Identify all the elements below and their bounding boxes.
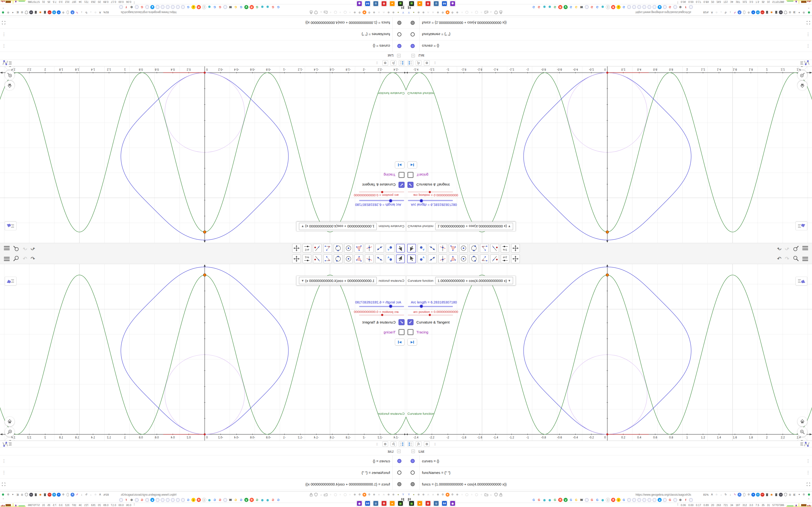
- puzzle-icon[interactable]: ◧: [793, 11, 797, 14]
- tab-dot-icon[interactable]: ○: [338, 493, 342, 497]
- tab-dot-icon[interactable]: ◯: [465, 493, 469, 497]
- lock-icon[interactable]: [499, 493, 503, 497]
- wrench-icon[interactable]: ⚙: [367, 493, 371, 497]
- bookmark-favicon[interactable]: Я: [558, 498, 562, 502]
- bin-icon[interactable]: [34, 493, 38, 497]
- bookmark-favicon[interactable]: [632, 5, 636, 9]
- polygon-tool[interactable]: [449, 255, 457, 263]
- kebab-icon[interactable]: ⋮: [374, 441, 380, 447]
- conic-tool[interactable]: [469, 255, 478, 263]
- bookmark-favicon[interactable]: i: [202, 5, 206, 9]
- settings-app-icon[interactable]: ⚙: [381, 0, 387, 7]
- move-tool[interactable]: [407, 255, 416, 263]
- bookmark-favicon[interactable]: G: [234, 5, 238, 9]
- puzzle-icon[interactable]: ◧: [793, 493, 797, 497]
- bookmark-favicon[interactable]: [181, 498, 185, 502]
- bookmark-favicon[interactable]: [161, 498, 164, 502]
- bookmark-favicon[interactable]: [135, 5, 139, 9]
- bookmark-favicon[interactable]: G: [595, 5, 599, 9]
- bin-icon[interactable]: [774, 11, 778, 14]
- gear-icon[interactable]: ⚙: [358, 493, 361, 497]
- arc-icon[interactable]: ∩: [382, 11, 386, 14]
- graphics-view[interactable]: -2.4-2.2-2-1.8-1.6-1.4-1.2-1-0.8-0.6-0.4…: [0, 264, 406, 441]
- reload-icon[interactable]: ↻: [84, 11, 88, 14]
- wrench-icon[interactable]: ⚙: [441, 11, 445, 14]
- bookmark-favicon[interactable]: [176, 5, 180, 9]
- chevron-up-icon[interactable]: ⌃: [2, 6, 5, 9]
- bookmark-favicon[interactable]: ▪: [616, 5, 621, 9]
- trash-icon[interactable]: [765, 11, 769, 14]
- globe-gray-icon[interactable]: ◍: [788, 493, 792, 497]
- bookmark-favicon[interactable]: [181, 5, 185, 9]
- tab-dot-icon[interactable]: ◯: [343, 11, 347, 14]
- globe-icon[interactable]: ⊕: [372, 493, 376, 497]
- olive-dot-icon[interactable]: ●: [412, 11, 416, 14]
- url-bar[interactable]: https://www.geogebra.org/classic/aagcxh3…: [121, 492, 176, 498]
- visibility-toggle[interactable]: [393, 29, 406, 40]
- point-tool[interactable]: A: [386, 255, 394, 263]
- globe-orange-icon[interactable]: ◉: [39, 11, 42, 14]
- algebra-row[interactable]: curves = {}⋮: [406, 455, 812, 467]
- firefox-icon[interactable]: ●: [362, 11, 366, 14]
- bookmark-favicon[interactable]: [627, 498, 631, 502]
- bookmark-favicon[interactable]: G: [532, 498, 536, 502]
- arc-length-knob[interactable]: [419, 304, 423, 308]
- arc-position-slider[interactable]: [359, 315, 404, 315]
- bookmark-favicon[interactable]: [156, 5, 159, 9]
- bookmark-favicon[interactable]: ◉: [207, 5, 211, 9]
- star-icon[interactable]: ☆: [94, 493, 97, 497]
- globe-icon[interactable]: ⊕: [387, 11, 391, 14]
- object-visibility-circle[interactable]: [411, 470, 415, 475]
- mouse-icon[interactable]: [742, 493, 746, 497]
- gear-icon[interactable]: ⚙: [6, 493, 10, 497]
- shield-icon[interactable]: [314, 493, 318, 497]
- bookmark-favicon[interactable]: [663, 498, 667, 502]
- algebra-row[interactable]: funcNames = {" "}⋮: [406, 29, 812, 40]
- curvature-function-input[interactable]: 1.000000000000 + cos(4.000000000000 x) ▼: [299, 277, 377, 284]
- download-icon[interactable]: ↓: [728, 493, 732, 497]
- arc-position-knob[interactable]: [429, 191, 431, 193]
- menu-icon[interactable]: [4, 257, 10, 261]
- reload-icon[interactable]: ↻: [84, 493, 88, 497]
- algebra-expression[interactable]: funcNames = {" "}: [422, 470, 451, 475]
- translate-blue-icon[interactable]: A: [70, 11, 74, 14]
- bookmark-favicon[interactable]: ●: [150, 5, 154, 9]
- plus-icon[interactable]: +: [751, 493, 755, 497]
- kebab-icon[interactable]: ⋮: [806, 455, 810, 467]
- move-view-tool[interactable]: [292, 244, 301, 253]
- globe-icon[interactable]: ⊕: [455, 493, 459, 497]
- bookmark-favicon[interactable]: [642, 498, 646, 502]
- arc-length-knob[interactable]: [419, 199, 423, 203]
- menu-icon[interactable]: [4, 246, 10, 250]
- polygon-tool[interactable]: [355, 255, 363, 263]
- line-tool[interactable]: [428, 244, 437, 253]
- bookmark-favicon[interactable]: G: [622, 498, 626, 502]
- arc-position-slider[interactable]: [408, 315, 453, 315]
- gear-icon[interactable]: ⚙: [424, 441, 430, 447]
- bookmark-favicon[interactable]: G: [218, 498, 222, 502]
- visibility-toggle[interactable]: [393, 455, 406, 467]
- reflect-tool[interactable]: [490, 244, 499, 253]
- algebra-expression[interactable]: curves = {}: [422, 459, 439, 463]
- bookmark-favicon[interactable]: G: [140, 498, 144, 502]
- plus-icon[interactable]: +: [57, 493, 61, 497]
- floppy64-app-icon[interactable]: 64: [364, 0, 371, 7]
- algebra-list-icon[interactable]: [399, 441, 405, 447]
- back-arrow-icon[interactable]: ←: [489, 11, 493, 14]
- globe-icon[interactable]: ⊕: [353, 11, 357, 14]
- bookmark-favicon[interactable]: [145, 5, 149, 9]
- balloon-icon[interactable]: Y: [401, 11, 405, 14]
- zoom-in-icon[interactable]: [798, 70, 807, 80]
- arc-position-knob[interactable]: [381, 314, 383, 316]
- kebab-icon[interactable]: ⋮: [2, 455, 6, 467]
- visibility-toggle[interactable]: [406, 17, 419, 29]
- expand-icon[interactable]: [2, 478, 5, 490]
- bookmark-favicon[interactable]: Я: [197, 5, 201, 9]
- globe-icon[interactable]: ⊕: [387, 493, 391, 497]
- object-visibility-circle[interactable]: [397, 482, 401, 486]
- curvature-tangent-checkbox[interactable]: ✓: [407, 319, 413, 325]
- tab-dot-icon[interactable]: ○: [348, 493, 352, 497]
- object-visibility-circle[interactable]: [397, 32, 401, 37]
- angle-tool[interactable]: [480, 244, 489, 253]
- visibility-toggle[interactable]: [406, 40, 419, 52]
